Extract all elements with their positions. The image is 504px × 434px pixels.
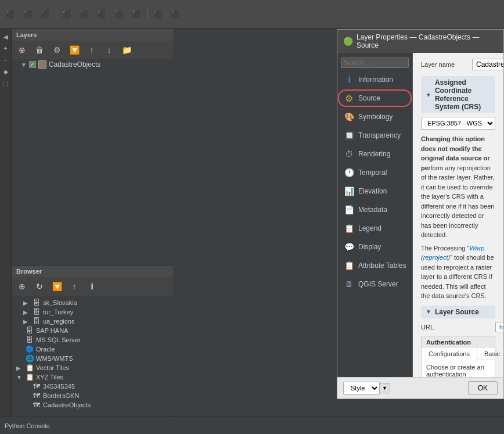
toolbar-btn-3[interactable]: ⬛ [37,6,53,23]
nav-item-qgis-server[interactable]: 🖥 QGIS Server [337,275,412,293]
toolbar-btn-9[interactable]: ⬛ [150,6,166,23]
strip-btn-1[interactable]: ◀ [1,31,11,42]
crs-combo[interactable]: EPSG:3857 - WGS 84 / Pseudo-Mercator [421,117,495,130]
legend-icon: 📋 [343,223,355,234]
browser-item-345[interactable]: 🗺 345345345 [12,382,174,391]
item-icon: 📋 [26,364,34,372]
browser-refresh-btn[interactable]: ↻ [31,278,48,295]
info-icon: ℹ [343,74,355,85]
layer-properties-dialog: 🟢 Layer Properties — CadastreObjects — S… [337,29,504,399]
layer-source-arrow: ▼ [426,309,431,315]
toolbar-btn-6[interactable]: ⬛ [93,6,110,23]
browser-item-sap-hana[interactable]: 🗄 SAP HANA [12,326,174,335]
item-label: SAP HANA [36,327,68,334]
url-input[interactable] [495,322,503,332]
toolbar-sep-2 [147,8,147,21]
browser-item-tur_turkey[interactable]: ▶ 🗄 tur_Turkey [12,307,174,317]
item-icon: 🗄 [33,299,41,307]
nav-item-rendering[interactable]: ⏱ Rendering [337,145,412,163]
browser-info-btn[interactable]: ℹ [84,278,100,295]
style-combo[interactable]: Style [343,382,380,394]
browser-item-vector-tiles[interactable]: ▶ 📋 Vector Tiles [12,363,174,372]
auth-section: Authentication Configurations Basic Choo… [421,336,495,378]
layers-panel-header: Layers [12,29,174,41]
nav-item-display[interactable]: 💬 Display [337,238,412,256]
nav-item-transparency[interactable]: 🔲 Transparency [337,126,412,145]
toolbar-btn-8[interactable]: ⬛ [128,6,145,23]
item-label: BordersGKN [43,392,79,399]
toolbar-btn-7[interactable]: ⬛ [111,6,127,23]
layers-filter-btn[interactable]: 🔽 [66,42,82,58]
dialog-content: Layer name ▼ Assigned Coordinate Referen… [413,53,503,377]
browser-item-wms[interactable]: 🌐 WMS/WMTS [12,354,174,363]
toolbar-btn-5[interactable]: ⬛ [76,6,92,23]
browser-item-xyz-tiles[interactable]: ▼ 📋 XYZ Tiles [12,372,174,382]
browser-toolbar: ⊕ ↻ 🔽 ↑ ℹ [12,277,174,296]
warp-link[interactable]: Warp (reproject) [421,245,484,261]
style-arrow-btn[interactable]: ▼ [380,383,390,393]
nav-label-transparency: Transparency [358,131,401,139]
item-icon: 🌐 [26,354,34,363]
item-label: Vector Tiles [36,364,69,371]
dialog-search-input[interactable] [341,58,409,68]
ok-button[interactable]: OK [468,381,498,395]
browser-item-ms-sql[interactable]: 🗄 MS SQL Server [12,335,174,345]
layer-name-label: Layer name [421,61,467,68]
layers-up-btn[interactable]: ↑ [84,42,100,58]
layer-name-input[interactable] [472,59,503,70]
top-toolbar: ⬛ ⬛ ⬛ ⬛ ⬛ ⬛ ⬛ ⬛ ⬛ ⬛ [0,0,504,29]
layer-checkbox[interactable]: ✓ [29,61,36,68]
auth-header: Authentication [422,336,495,348]
strip-btn-4[interactable]: ◆ [1,66,11,77]
dialog-nav: ℹ Information ⚙ Source 🎨 Symbology 🔲 [337,53,413,377]
layer-item-cadastre[interactable]: ▼ ✓ CadastreObjects [12,59,174,70]
dialog-title: Layer Properties — CadastreObjects — Sou… [357,33,498,49]
browser-item-oracle[interactable]: 🔵 Oracle [12,345,174,354]
footer-buttons: OK [468,381,498,395]
nav-item-temporal[interactable]: 🕐 Temporal [337,163,412,182]
item-icon: 🗄 [26,336,34,344]
display-icon: 💬 [343,241,355,253]
item-label: XYZ Tiles [36,374,63,381]
browser-item-cadastreobjects[interactable]: 🗺 CadastreObjects [12,400,174,410]
nav-label-elevation: Elevation [358,187,387,195]
strip-btn-5[interactable]: ⬚ [1,78,11,88]
strip-btn-2[interactable]: + [1,43,11,53]
toolbar-btn-1[interactable]: ⬛ [2,6,19,23]
item-label: Oracle [36,346,55,353]
nav-label-symbology: Symbology [358,113,393,121]
qgis-server-icon: 🖥 [343,278,355,290]
source-icon: ⚙ [343,92,355,104]
dialog-area: 🟢 Layer Properties — CadastreObjects — S… [174,29,504,417]
layers-add-btn[interactable]: ⊕ [14,42,30,58]
layers-down-btn[interactable]: ↓ [101,42,117,58]
item-icon: 🗺 [33,392,41,400]
nav-item-information[interactable]: ℹ Information [337,70,412,89]
auth-tab-configurations[interactable]: Configurations [422,348,477,360]
nav-item-symbology[interactable]: 🎨 Symbology [337,107,412,126]
browser-add-btn[interactable]: ⊕ [14,278,30,295]
nav-item-legend[interactable]: 📋 Legend [337,219,412,238]
item-label: WMS/WMTS [36,355,73,362]
nav-item-metadata[interactable]: 📄 Metadata [337,200,412,219]
nav-item-source[interactable]: ⚙ Source [337,89,412,107]
strip-btn-3[interactable]: − [1,55,11,65]
layers-remove-btn[interactable]: 🗑 [31,42,48,58]
nav-item-attribute-tables[interactable]: 📋 Attribute Tables [337,256,412,275]
browser-item-sk_slovakia[interactable]: ▶ 🗄 sk_Slovakia [12,298,174,307]
item-label: 345345345 [43,383,75,390]
nav-label-qgis-server: QGIS Server [358,280,398,288]
browser-item-ua_regions[interactable]: ▶ 🗄 ua_regions [12,317,174,326]
nav-item-elevation[interactable]: 📊 Elevation [337,182,412,200]
layers-group-btn[interactable]: 📁 [118,42,135,58]
auth-tab-basic[interactable]: Basic [477,348,503,360]
browser-up-btn[interactable]: ↑ [66,278,82,295]
layers-properties-btn[interactable]: ⚙ [49,42,65,58]
toolbar-btn-2[interactable]: ⬛ [20,6,36,23]
toolbar-btn-10[interactable]: ⬛ [167,6,183,23]
item-icon: 🗄 [26,327,34,335]
nav-label-rendering: Rendering [358,150,390,158]
toolbar-btn-4[interactable]: ⬛ [59,6,75,23]
browser-item-borders[interactable]: 🗺 BordersGKN [12,391,174,400]
browser-filter-btn[interactable]: 🔽 [49,278,65,295]
